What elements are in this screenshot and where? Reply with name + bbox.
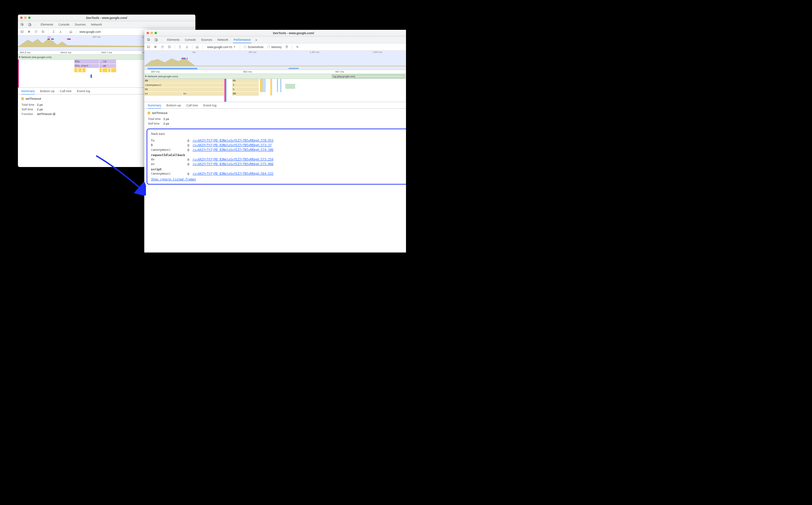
show-ignore-listed-link[interactable]: Show ignore-listed frames xyxy=(151,178,196,181)
frame[interactable]: _.qe xyxy=(100,64,116,68)
perf-toolbar: www.google.com #1 Screenshots Memory xyxy=(144,43,406,51)
frame[interactable] xyxy=(91,74,92,78)
frame[interactable]: hz xyxy=(144,92,183,96)
screenshots-checkbox[interactable]: Screenshots xyxy=(243,45,263,49)
frame[interactable] xyxy=(74,68,78,72)
frame[interactable] xyxy=(111,68,116,72)
frame[interactable]: (anonymous) xyxy=(144,83,224,87)
stack-row: B@rs=AA2YrTtTjPD_83NeleSxfEZ7rTB5vRKbgA:… xyxy=(151,143,406,147)
tab-elements[interactable]: Elements xyxy=(166,38,181,41)
tab-console[interactable]: Console xyxy=(58,23,70,26)
reload-icon[interactable] xyxy=(160,45,164,49)
gc-icon[interactable] xyxy=(285,45,288,49)
recording-select[interactable]: www.google.com #1 xyxy=(206,45,236,49)
chevron-right-icon[interactable]: ▶ xyxy=(145,75,147,77)
tick: 397 ms xyxy=(151,70,159,73)
frame[interactable]: UYa.start xyxy=(74,64,99,68)
frame[interactable] xyxy=(100,68,102,72)
tab-calltree[interactable]: Call tree xyxy=(186,104,198,107)
device-icon[interactable] xyxy=(154,38,158,42)
tab-sources[interactable]: Sources xyxy=(200,38,213,41)
stack-row: (anonymous)@rs=AA2YrTtTjPD_83NeleSxfEZ7r… xyxy=(151,147,406,152)
home-icon[interactable] xyxy=(195,45,199,49)
tick: 344.5 ms xyxy=(20,51,30,54)
frame[interactable]: BN xyxy=(232,92,259,96)
inspect-icon[interactable] xyxy=(147,38,150,42)
clear-icon[interactable] xyxy=(167,45,171,49)
overview-timeline[interactable]: ms 997 ms 1,497 ms 1,997 ms 2,497 CPU NE… xyxy=(144,51,406,70)
tab-calltree[interactable]: Call tree xyxy=(60,89,71,93)
reload-icon[interactable] xyxy=(34,30,38,33)
inspect-icon[interactable] xyxy=(20,23,24,26)
stack-link[interactable]: rs=AA2YrTtTjPD_83NeleSxfEZ7rTB5vRKbgA:57… xyxy=(192,162,273,166)
tab-console[interactable]: Console xyxy=(184,38,196,41)
tab-bottomup[interactable]: Bottom-up xyxy=(166,104,181,107)
svg-point-18 xyxy=(297,46,297,47)
flame-chart[interactable]: BN Mk (anonymous) S Uk h hz hz BN xyxy=(144,79,406,102)
stack-link[interactable]: rs=AA2YrTtTjPD_83NeleSxfEZ7rTB5vRKbgA:57… xyxy=(192,158,273,161)
stack-row: ov@rs=AA2YrTtTjPD_83NeleSxfEZ7rTB5vRKbgA… xyxy=(151,162,406,166)
tab-eventlog[interactable]: Event log xyxy=(77,89,90,93)
color-swatch xyxy=(148,112,150,114)
stack-link[interactable]: rs=AA2YrTtTjPD_83NeleSxfEZ7rTB5vRKbgA:56… xyxy=(192,172,273,175)
frame[interactable]: hz xyxy=(183,92,224,96)
tab-eventlog[interactable]: Event log xyxy=(203,104,217,107)
frame[interactable] xyxy=(78,68,82,72)
tab-bottomup[interactable]: Bottom-up xyxy=(40,89,55,93)
svg-rect-12 xyxy=(156,39,157,41)
device-icon[interactable] xyxy=(28,23,31,26)
record-icon[interactable] xyxy=(27,30,31,33)
frame[interactable]: Mk xyxy=(232,79,259,83)
devtools-window-front: DevTools - www.google.com/ | Elements Co… xyxy=(144,30,406,252)
frame[interactable]: h xyxy=(232,88,259,92)
tab-summary[interactable]: Summary xyxy=(21,89,35,95)
tick: 407 ms xyxy=(335,70,344,73)
tab-network[interactable]: Network xyxy=(217,38,229,41)
stack-link[interactable]: rs=AA2YrTtTjPD_83NeleSxfEZ7rTB5vRKbgA:57… xyxy=(192,139,273,142)
frame[interactable]: _.ld xyxy=(100,60,116,63)
home-icon[interactable] xyxy=(69,30,73,33)
total-time-value: 2 µs xyxy=(163,117,171,121)
tab-elements[interactable]: Elements xyxy=(40,23,54,26)
record-icon[interactable] xyxy=(153,45,157,49)
download-icon[interactable] xyxy=(59,30,63,33)
frame[interactable]: Uk xyxy=(144,88,224,92)
tab-sources[interactable]: Sources xyxy=(74,23,86,26)
stack-link[interactable]: rs=AA2YrTtTjPD_83NeleSxfEZ7rTB5vRKbgA:57… xyxy=(192,148,273,151)
memory-checkbox[interactable]: Memory xyxy=(267,45,281,49)
total-time-label: Total time xyxy=(148,117,163,121)
color-swatch xyxy=(21,98,24,100)
frame[interactable] xyxy=(82,68,86,72)
summary-panel: setTimeout Total time2 µs Self time2 µs xyxy=(144,109,406,127)
tick: 344.7 ms xyxy=(101,51,112,54)
frame[interactable] xyxy=(103,68,107,72)
frame[interactable]: S xyxy=(232,83,259,87)
titlebar: DevTools - www.google.com/ xyxy=(18,15,195,21)
upload-icon[interactable] xyxy=(178,45,182,49)
tab-summary[interactable]: Summary xyxy=(148,104,161,109)
net-span[interactable]: log (play.google.com) xyxy=(332,74,405,78)
more-tabs-icon[interactable]: » xyxy=(255,38,257,42)
tab-network[interactable]: Network xyxy=(90,23,103,26)
toggle-drawer-icon[interactable] xyxy=(147,45,150,49)
frame[interactable]: BN xyxy=(144,79,224,83)
network-track[interactable]: ▶ Network (ww.google.com) log (play.goog… xyxy=(144,74,406,79)
frame[interactable]: KZa xyxy=(74,60,99,63)
stack-group: script xyxy=(151,166,406,171)
time-ruler[interactable]: 397 ms 402 ms 407 ms 412 ms xyxy=(144,70,406,74)
window-title: DevTools - www.google.com/ xyxy=(144,31,406,35)
self-time-value: 2 µs xyxy=(37,107,58,111)
settings-sliders-icon[interactable] xyxy=(296,45,299,49)
stack-link[interactable]: rs=AA2YrTtTjPD_83NeleSxfEZ7rTB5vRKbgA:57… xyxy=(192,144,271,147)
clear-icon[interactable] xyxy=(41,30,45,33)
stack-row: dv@rs=AA2YrTtTjPD_83NeleSxfEZ7rTB5vRKbgA… xyxy=(151,157,406,162)
frame[interactable] xyxy=(108,68,110,72)
tab-performance[interactable]: Performance xyxy=(233,38,251,43)
upload-icon[interactable] xyxy=(52,30,55,33)
devtools-tabs: | Elements Console Sources Network Perfo… xyxy=(144,36,406,43)
titlebar: DevTools - www.google.com/ xyxy=(144,30,406,36)
toggle-drawer-icon[interactable] xyxy=(20,30,24,33)
chevron-right-icon[interactable]: ▶ xyxy=(19,56,21,58)
stack-row: (anonymous)@rs=AA2YrTtTjPD_83NeleSxfEZ7r… xyxy=(151,171,406,176)
download-icon[interactable] xyxy=(185,45,189,49)
